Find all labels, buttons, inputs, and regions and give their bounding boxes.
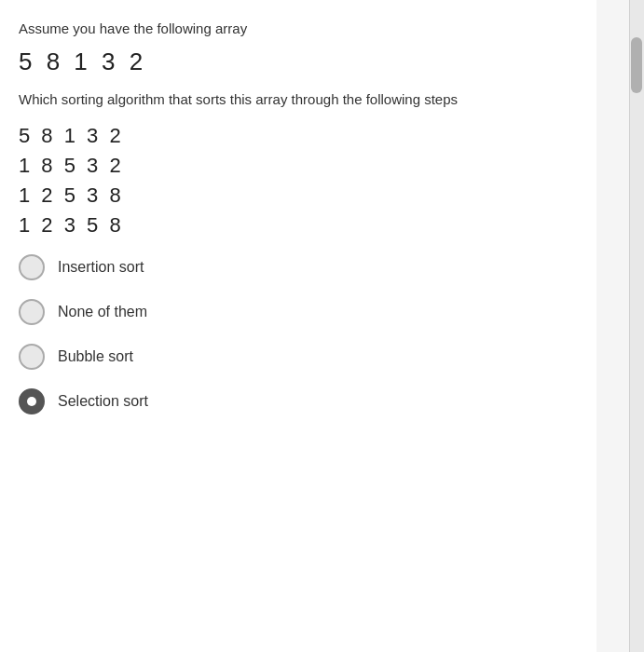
- option-label-bubble: Bubble sort: [58, 348, 133, 365]
- step-row-2: 1 2 5 3 8: [19, 183, 574, 208]
- option-label-selection: Selection sort: [58, 393, 148, 410]
- option-item-selection[interactable]: Selection sort: [19, 388, 574, 414]
- step-row-0: 5 8 1 3 2: [19, 124, 574, 148]
- question-body: Which sorting algorithm that sorts this …: [19, 89, 574, 111]
- step-row-3: 1 2 3 5 8: [19, 213, 574, 238]
- radio-insertion[interactable]: [19, 254, 45, 280]
- option-label-none: None of them: [58, 304, 147, 320]
- option-item-insertion[interactable]: Insertion sort: [19, 254, 574, 280]
- step-row-1: 1 8 5 3 2: [19, 154, 574, 178]
- radio-none[interactable]: [19, 299, 45, 325]
- scrollbar-thumb[interactable]: [631, 37, 642, 93]
- steps-container: 5 8 1 3 21 8 5 3 21 2 5 3 81 2 3 5 8: [19, 124, 574, 238]
- radio-bubble[interactable]: [19, 344, 45, 370]
- radio-selection[interactable]: [19, 388, 45, 414]
- options-container: Insertion sortNone of themBubble sortSel…: [19, 254, 574, 414]
- array-display: 5 8 1 3 2: [19, 48, 574, 76]
- content-area: Assume you have the following array 5 8 …: [0, 0, 596, 652]
- option-item-none[interactable]: None of them: [19, 299, 574, 325]
- option-item-bubble[interactable]: Bubble sort: [19, 344, 574, 370]
- radio-inner-selection: [27, 397, 36, 406]
- page-container: Assume you have the following array 5 8 …: [0, 0, 644, 652]
- question-header: Assume you have the following array: [19, 19, 574, 38]
- option-label-insertion: Insertion sort: [58, 259, 144, 276]
- scrollbar-track[interactable]: [629, 0, 644, 652]
